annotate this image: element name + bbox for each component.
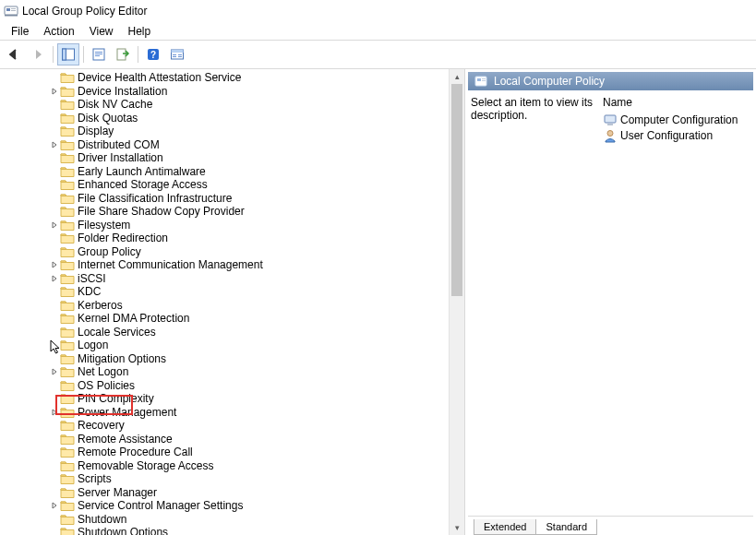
menu-action[interactable]: Action	[36, 24, 81, 39]
tree-item[interactable]: Removable Storage Access	[0, 459, 449, 473]
folder-icon	[60, 178, 75, 191]
chevron-right-icon[interactable]	[50, 221, 59, 229]
tree-item-label: Removable Storage Access	[77, 459, 214, 472]
tree-item[interactable]: KDC	[0, 285, 449, 299]
tree-item[interactable]: Driver Installation	[0, 151, 449, 165]
menu-view[interactable]: View	[82, 24, 121, 39]
tree-item[interactable]: Mitigation Options	[0, 352, 449, 366]
folder-icon	[60, 85, 75, 98]
folder-icon	[60, 486, 75, 499]
tree-item[interactable]: Disk Quotas	[0, 112, 449, 125]
tree-scrollbar[interactable]: ▴ ▾	[449, 69, 464, 535]
tree-item[interactable]: Group Policy	[0, 245, 449, 259]
chevron-right-icon[interactable]	[50, 502, 59, 509]
show-tree-button[interactable]	[57, 43, 79, 65]
tree-item[interactable]: Device Installation	[0, 85, 449, 99]
help-button[interactable]: ?	[142, 43, 164, 65]
folder-icon	[60, 151, 75, 164]
menu-file[interactable]: File	[4, 24, 36, 39]
tree-item[interactable]: Remote Assistance	[0, 433, 449, 446]
tree-item[interactable]: Shutdown Options	[0, 526, 449, 535]
filter-options-button[interactable]	[166, 43, 188, 65]
forward-button[interactable]	[27, 43, 49, 65]
tab-standard[interactable]: Standard	[535, 519, 597, 535]
tree-item-label: Server Manager	[77, 486, 158, 499]
tree-item-label: Shutdown	[77, 513, 127, 526]
folder-icon	[60, 165, 75, 178]
chevron-right-icon[interactable]	[50, 261, 59, 268]
svg-rect-19	[178, 56, 182, 57]
tab-extended[interactable]: Extended	[474, 519, 536, 535]
tree-item[interactable]: Device Health Attestation Service	[0, 71, 449, 85]
tree-item-label: Display	[77, 125, 114, 137]
tree-item[interactable]: PIN Complexity	[0, 392, 449, 406]
svg-rect-1	[6, 8, 10, 11]
tree-item[interactable]: Enhanced Storage Access	[0, 178, 449, 192]
tree-item-label: File Share Shadow Copy Provider	[77, 205, 246, 218]
tree-item[interactable]: Net Logon	[0, 365, 449, 379]
tree-item[interactable]: Filesystem	[0, 219, 449, 232]
chevron-right-icon[interactable]	[50, 88, 59, 95]
tree-item-label: Logon	[77, 339, 109, 351]
folder-icon	[60, 433, 75, 446]
properties-button[interactable]	[88, 43, 110, 65]
tree-item[interactable]: Kernel DMA Protection	[0, 312, 449, 326]
tree-item[interactable]: Early Launch Antimalware	[0, 165, 449, 179]
svg-rect-23	[482, 80, 486, 81]
tree-item[interactable]: Internet Communication Management	[0, 258, 449, 272]
tree-scroll[interactable]: Device Health Attestation ServiceDevice …	[0, 69, 449, 535]
tree-item[interactable]: Remote Procedure Call	[0, 446, 449, 459]
tree-item[interactable]: Locale Services	[0, 326, 449, 339]
tree-item[interactable]: Power Management	[0, 406, 449, 420]
tree-item[interactable]: Display	[0, 125, 449, 138]
tree-item[interactable]: Kerberos	[0, 299, 449, 313]
svg-rect-8	[95, 52, 102, 53]
folder-icon	[60, 232, 75, 244]
tree-item-label: Remote Procedure Call	[77, 446, 194, 458]
scroll-thumb[interactable]	[451, 84, 462, 296]
chevron-right-icon[interactable]	[50, 368, 59, 375]
tree-item[interactable]: File Classification Infrastructure	[0, 192, 449, 206]
titlebar: Local Group Policy Editor	[0, 0, 756, 23]
svg-rect-21	[477, 78, 481, 81]
list-item[interactable]: Computer Configuration	[603, 113, 750, 127]
toolbar: ?	[0, 41, 756, 69]
tree-item[interactable]: Recovery	[0, 419, 449, 433]
tree-item[interactable]: iSCSI	[0, 272, 449, 286]
tree-item[interactable]: Distributed COM	[0, 138, 449, 152]
tree-item-label: Shutdown Options	[77, 526, 169, 535]
folder-icon	[60, 365, 75, 378]
tree-item-label: Driver Installation	[77, 151, 164, 164]
menu-help[interactable]: Help	[121, 24, 159, 39]
folder-icon	[60, 379, 75, 392]
list-item[interactable]: User Configuration	[603, 128, 750, 143]
chevron-right-icon[interactable]	[50, 141, 59, 149]
svg-rect-6	[63, 49, 66, 60]
chevron-right-icon[interactable]	[50, 275, 59, 282]
tree-item[interactable]: Service Control Manager Settings	[0, 499, 449, 513]
tree-item[interactable]: Logon	[0, 339, 449, 352]
back-button[interactable]	[3, 43, 25, 65]
folder-icon	[60, 299, 75, 312]
svg-rect-2	[11, 8, 16, 9]
svg-rect-17	[173, 56, 176, 57]
tree-item[interactable]: Server Manager	[0, 486, 449, 500]
tree-item[interactable]: Disk NV Cache	[0, 98, 449, 112]
tree-item[interactable]: File Share Shadow Copy Provider	[0, 205, 449, 219]
tree-item-label: Net Logon	[77, 365, 129, 378]
name-column-header[interactable]: Name	[603, 96, 750, 113]
scroll-up-button[interactable]: ▴	[450, 69, 464, 84]
scroll-down-button[interactable]: ▾	[450, 520, 464, 535]
folder-icon	[60, 499, 75, 512]
tree-item[interactable]: Shutdown	[0, 513, 449, 527]
tree-item[interactable]: OS Policies	[0, 379, 449, 393]
folder-icon	[60, 138, 75, 151]
tree-item[interactable]: Folder Redirection	[0, 232, 449, 245]
folder-icon	[60, 459, 75, 472]
folder-icon	[60, 285, 75, 298]
folder-icon	[60, 446, 75, 458]
tree-item[interactable]: Scripts	[0, 472, 449, 486]
export-button[interactable]	[112, 43, 134, 65]
chevron-right-icon[interactable]	[50, 409, 59, 416]
svg-rect-18	[178, 54, 182, 55]
